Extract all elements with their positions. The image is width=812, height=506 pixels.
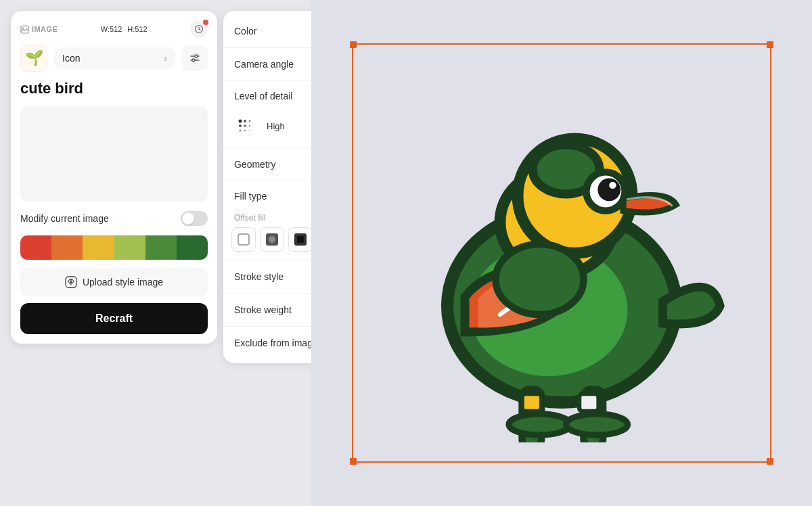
color-swatch-mid-green[interactable] (145, 235, 177, 260)
svg-point-34 (597, 179, 621, 202)
panel-header-left: IMAGE (20, 25, 58, 34)
selection-box (352, 43, 771, 463)
notification-dot (203, 20, 208, 25)
recraft-button[interactable]: Recraft (20, 303, 208, 334)
detail-dots-icon (234, 115, 256, 137)
bird-svg (386, 64, 738, 442)
image-preview (20, 107, 208, 202)
svg-rect-42 (579, 394, 599, 411)
fill-option-dark-invert[interactable] (288, 227, 313, 252)
upload-icon (65, 276, 77, 288)
upload-style-button[interactable]: Upload style image (20, 268, 208, 296)
svg-point-19 (269, 236, 275, 243)
color-swatch-dark-green[interactable] (177, 235, 208, 260)
icon-thumbnail: 🌱 (20, 45, 47, 72)
offset-fill-label: Offset fill (234, 213, 265, 223)
stroke-style-label: Stroke style (234, 271, 284, 282)
chevron-right-icon: › (164, 53, 167, 64)
sliders-icon (189, 53, 200, 64)
image-dimensions: W:512 H:512 (101, 25, 148, 33)
svg-point-5 (195, 55, 198, 58)
modify-toggle[interactable] (181, 211, 208, 226)
fill-type-label: Fill type (234, 191, 267, 202)
svg-point-11 (239, 124, 242, 127)
svg-point-16 (249, 130, 250, 131)
settings-button[interactable] (182, 45, 208, 71)
svg-rect-17 (238, 234, 249, 245)
svg-rect-41 (522, 394, 542, 411)
geometry-label: Geometry (234, 159, 275, 170)
svg-point-14 (240, 130, 242, 132)
svg-point-13 (249, 125, 251, 127)
modify-label: Modify current image (20, 213, 109, 224)
color-swatch-yellow[interactable] (83, 235, 114, 260)
icon-selector-row: 🌱 Icon › (20, 45, 208, 72)
svg-point-1 (22, 27, 24, 28)
svg-point-40 (566, 414, 628, 435)
level-of-detail-label: Level of detail (234, 91, 292, 101)
exclude-label: Exclude from image (234, 338, 318, 348)
image-title: cute bird (20, 80, 208, 97)
camera-angle-label: Camera angle (234, 59, 294, 70)
panel-header: IMAGE W:512 H:512 (20, 20, 208, 38)
color-swatch-light-green[interactable] (114, 235, 145, 260)
upload-label: Upload style image (83, 277, 163, 288)
high-label: High (263, 121, 314, 131)
image-type-label: IMAGE (20, 25, 58, 34)
svg-point-8 (239, 120, 242, 123)
icon-selector-button[interactable]: Icon › (54, 47, 175, 69)
fill-option-outline[interactable] (231, 227, 256, 252)
svg-point-10 (249, 120, 251, 122)
color-label: Color (234, 26, 256, 37)
svg-point-15 (244, 130, 246, 132)
svg-rect-21 (297, 236, 304, 243)
svg-point-12 (244, 124, 246, 127)
toggle-knob (182, 212, 194, 225)
svg-point-9 (244, 120, 246, 122)
canvas-area (311, 0, 812, 506)
svg-point-36 (496, 244, 584, 315)
icon-name-label: Icon (62, 53, 80, 64)
image-icon (20, 25, 29, 34)
history-button[interactable] (190, 20, 208, 38)
clock-icon (194, 24, 204, 34)
stroke-weight-label: Stroke weight (234, 304, 292, 315)
fill-option-dark[interactable] (260, 227, 284, 252)
color-swatch-red[interactable] (20, 235, 51, 260)
left-panel: IMAGE W:512 H:512 🌱 Icon › (11, 11, 217, 344)
svg-point-6 (192, 59, 195, 62)
color-swatch-orange[interactable] (51, 235, 83, 260)
color-palette (20, 235, 208, 260)
modify-row: Modify current image (20, 211, 208, 226)
bird-image (352, 43, 771, 463)
svg-point-35 (609, 182, 616, 189)
svg-point-39 (509, 414, 570, 435)
